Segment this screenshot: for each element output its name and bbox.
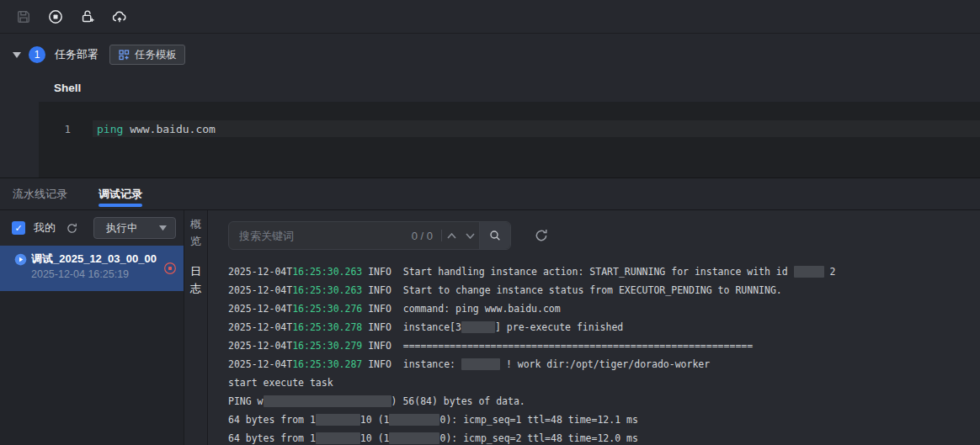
run-list-empty-area — [0, 291, 184, 445]
stop-run-icon[interactable] — [163, 262, 177, 275]
run-filter-row: ✓ 我的 执行中 — [0, 210, 184, 246]
save-icon[interactable] — [15, 8, 32, 25]
redacted-text — [389, 432, 439, 444]
run-item-title: 调试_2025_12_03_00_00 — [31, 252, 157, 267]
log-search-row: 0 / 0 — [228, 221, 980, 250]
log-output[interactable]: 2025-12-04T16:25:30.263 INFO Start handl… — [228, 262, 980, 445]
log-line: 2025-12-04T16:25:30.276 INFO command: pi… — [228, 299, 980, 318]
log-line: 2025-12-04T16:25:30.278 INFO instance[3]… — [228, 318, 980, 336]
debug-run-item[interactable]: 调试_2025_12_03_00_00 2025-12-04 16:25:19 — [0, 246, 184, 291]
log-line: start execute task — [228, 373, 980, 392]
template-grid-icon — [118, 49, 130, 61]
code-keyword: ping — [97, 123, 123, 135]
detail-side-tabs: 概览 日志 — [184, 210, 208, 445]
task-template-button[interactable]: 任务模板 — [109, 45, 185, 65]
run-item-texts: 调试_2025_12_03_00_00 2025-12-04 16:25:19 — [31, 246, 157, 291]
log-search-group: 0 / 0 — [228, 221, 511, 250]
mine-label: 我的 — [34, 220, 56, 236]
redacted-text — [794, 266, 824, 278]
bottom-split: ✓ 我的 执行中 — [0, 210, 980, 445]
log-line: 2025-12-04T16:25:30.279 INFO ===========… — [228, 336, 980, 355]
line-number: 1 — [39, 123, 93, 135]
collapse-caret-icon[interactable] — [13, 52, 21, 58]
code-rest: www.baidu.com — [123, 123, 216, 135]
redacted-text — [316, 432, 360, 444]
shell-code-editor[interactable]: 1 ping www.baidu.com — [39, 102, 980, 177]
tab-log[interactable]: 日志 — [190, 263, 202, 297]
chevron-down-icon — [159, 225, 167, 230]
tab-pipeline-records[interactable]: 流水线记录 — [13, 178, 67, 209]
records-tabbar: 流水线记录 调试记录 — [0, 177, 980, 210]
stage-index-badge: 1 — [29, 46, 45, 63]
cloud-upload-icon[interactable] — [111, 8, 128, 25]
next-match-button[interactable] — [461, 222, 479, 249]
log-refresh-icon[interactable] — [534, 228, 549, 243]
tab-debug-records[interactable]: 调试记录 — [99, 178, 142, 209]
tab-overview[interactable]: 概览 — [190, 216, 202, 250]
prev-match-button[interactable] — [442, 222, 461, 249]
shell-step-label: Shell — [54, 82, 81, 94]
status-filter-dropdown[interactable]: 执行中 — [93, 217, 176, 239]
task-template-label: 任务模板 — [135, 48, 177, 62]
log-line: 64 bytes from 110 (10): icmp_seq=2 ttl=4… — [228, 429, 980, 445]
redacted-text — [461, 358, 500, 370]
log-line: PING w) 56(84) bytes of data. — [228, 392, 980, 411]
search-input[interactable] — [229, 230, 412, 242]
run-item-timestamp: 2025-12-04 16:25:19 — [31, 268, 157, 280]
stage-section: 1 任务部署 任务模板 Shell — [0, 34, 980, 102]
log-line: 2025-12-04T16:25:30.263 INFO Start to ch… — [228, 281, 980, 299]
search-icon — [488, 229, 502, 242]
search-match-counter: 0 / 0 — [412, 230, 433, 242]
status-filter-value: 执行中 — [106, 221, 138, 236]
stage-title: 任务部署 — [55, 47, 99, 62]
editor-band: 1 ping www.baidu.com — [0, 102, 980, 177]
log-line: 64 bytes from 110 (10): icmp_seq=1 ttl=4… — [228, 411, 980, 429]
redacted-text — [461, 321, 495, 333]
running-play-icon — [14, 253, 27, 266]
stage-header: 1 任务部署 任务模板 — [13, 45, 185, 65]
run-list-panel: ✓ 我的 执行中 — [0, 210, 184, 445]
top-toolbar — [0, 0, 980, 34]
redacted-text — [389, 414, 439, 426]
redacted-text — [264, 395, 391, 407]
search-button[interactable] — [479, 222, 510, 249]
mine-checkbox[interactable]: ✓ — [12, 221, 25, 235]
code-content[interactable]: ping www.baidu.com — [93, 120, 980, 137]
redacted-text — [316, 414, 360, 426]
list-refresh-icon[interactable] — [66, 222, 78, 235]
log-line: 2025-12-04T16:25:30.263 INFO Start handl… — [228, 262, 980, 281]
log-line: 2025-12-04T16:25:30.287 INFO instance: !… — [228, 355, 980, 373]
code-line[interactable]: 1 ping www.baidu.com — [39, 120, 980, 137]
stop-record-icon[interactable] — [47, 8, 64, 25]
lock-add-icon[interactable] — [79, 8, 96, 25]
log-panel: 0 / 0 — [208, 210, 980, 445]
